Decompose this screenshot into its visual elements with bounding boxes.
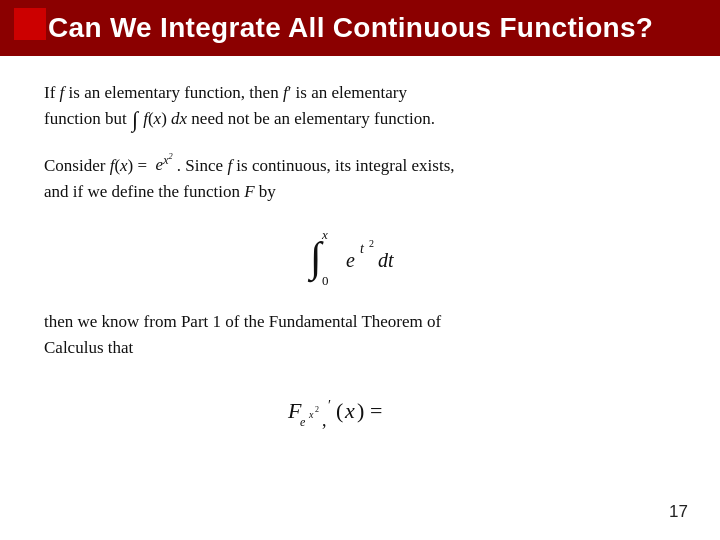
svg-text:2: 2 (315, 405, 319, 414)
derivative-formula-svg: F e x 2 , ′ ( x ) = (280, 380, 440, 440)
var-fx-2: f (110, 155, 115, 174)
slide-title: Can We Integrate All Continuous Function… (48, 12, 653, 44)
var-f-3: f (227, 155, 232, 174)
var-F: F (244, 182, 254, 201)
var-dx: dx (171, 109, 187, 128)
svg-text:e: e (300, 415, 306, 429)
calculus-that-text: Calculus that (44, 338, 133, 357)
svg-text:′: ′ (328, 398, 331, 413)
integral-formula-svg: ∫ 0 x e t 2 dt (300, 223, 420, 293)
derivative-formula-block: F e x 2 , ′ ( x ) = (44, 380, 676, 440)
page-number: 17 (669, 502, 688, 522)
decorative-square (14, 8, 46, 40)
var-x-1: x (154, 109, 162, 128)
var-x-2: x (120, 155, 128, 174)
svg-text:2: 2 (369, 238, 374, 249)
svg-text:,: , (322, 410, 327, 430)
formula-ex2-inline: ex2 (156, 155, 177, 174)
svg-text:): ) (357, 398, 364, 423)
paragraph-3: then we know from Part 1 of the Fundamen… (44, 309, 676, 362)
svg-text:x: x (321, 227, 328, 242)
slide-content: If f is an elementary function, then f′ … (0, 56, 720, 476)
slide: Can We Integrate All Continuous Function… (0, 0, 720, 540)
superscript-x2: x2 (163, 153, 172, 167)
svg-text:=: = (370, 398, 382, 423)
var-fx: f (143, 109, 148, 128)
svg-text:x: x (308, 409, 314, 420)
svg-text:t: t (360, 241, 365, 256)
paragraph-2: Consider f(x) = ex2 . Since f is continu… (44, 151, 676, 205)
svg-text:(: ( (336, 398, 343, 423)
svg-text:0: 0 (322, 273, 329, 288)
var-f-1: f (60, 83, 65, 102)
integral-formula-block: ∫ 0 x e t 2 dt (44, 223, 676, 293)
integral-symbol: ∫ (132, 109, 138, 131)
slide-header: Can We Integrate All Continuous Function… (0, 0, 720, 56)
svg-text:dt: dt (378, 249, 394, 271)
paragraph-1: If f is an elementary function, then f′ … (44, 80, 676, 133)
svg-text:x: x (344, 398, 355, 423)
svg-text:e: e (346, 249, 355, 271)
var-f-prime: f (283, 83, 288, 102)
